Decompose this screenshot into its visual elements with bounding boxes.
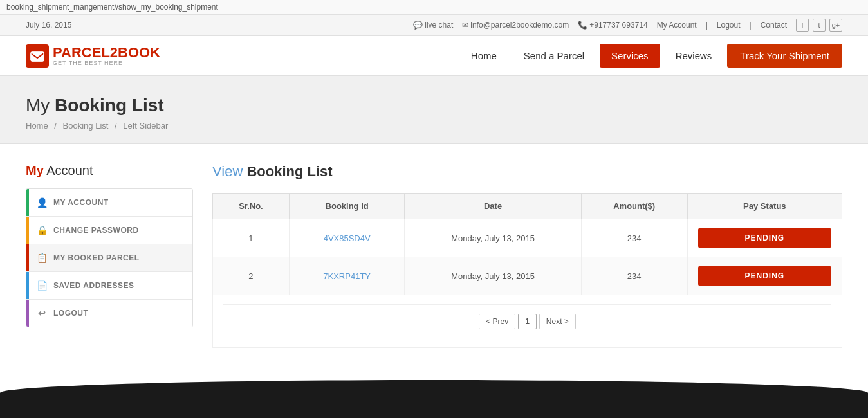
section-title: View Booking List — [212, 163, 842, 180]
email-display: info@parcel2bookdemo.com — [462, 21, 569, 30]
sidebar-item-my-booked-parcel[interactable]: 📋 MY BOOKED PARCEL — [26, 244, 192, 272]
phone-icon — [578, 21, 589, 30]
breadcrumb-left-sidebar: Left Sidebar — [123, 121, 168, 131]
url-bar: booking_shipment_mangement//show_my_book… — [0, 0, 868, 15]
cell-amount-1: 234 — [581, 219, 687, 257]
col-srno: Sr.No. — [213, 194, 290, 219]
user-icon: 👤 — [37, 197, 47, 208]
parcel-icon: 📋 — [37, 253, 47, 263]
booking-area: View Booking List Sr.No. Booking Id Date… — [212, 163, 842, 348]
page-title: My Booking List — [26, 95, 842, 116]
cell-amount-2: 234 — [581, 257, 687, 295]
sidebar-item-my-account[interactable]: 👤 MY ACCOUNT — [26, 189, 192, 217]
breadcrumb: Home / Booking List / Left Sidebar — [26, 121, 842, 131]
cell-booking-id-2[interactable]: 7KXRP41TY — [289, 257, 405, 295]
col-booking-id: Booking Id — [289, 194, 405, 219]
googleplus-icon[interactable]: g+ — [829, 19, 842, 32]
sidebar-label-logout: LOGOUT — [53, 309, 88, 318]
sidebar-label-change-password: CHANGE PASSWORD — [53, 226, 139, 235]
cell-status-1[interactable]: PENDING — [687, 219, 842, 257]
breadcrumb-home[interactable]: Home — [26, 121, 48, 131]
nav-links: Home Send a Parcel Services Reviews Trac… — [459, 44, 842, 68]
table-header: Sr.No. Booking Id Date Amount($) Pay Sta… — [213, 194, 842, 219]
sidebar-label-saved-addresses: SAVED ADDRESSES — [53, 281, 134, 290]
booking-table: Sr.No. Booking Id Date Amount($) Pay Sta… — [212, 193, 842, 348]
nav-reviews[interactable]: Reviews — [664, 44, 724, 68]
logout-link[interactable]: Logout — [717, 21, 741, 30]
nav-send-parcel[interactable]: Send a Parcel — [512, 44, 596, 68]
sidebar-menu: 👤 MY ACCOUNT 🔒 CHANGE PASSWORD 📋 MY BOOK… — [26, 188, 193, 327]
cell-sr-1: 1 — [213, 219, 290, 257]
table-footer: < Prev 1 Next > — [213, 295, 842, 348]
cell-sr-2: 2 — [213, 257, 290, 295]
sidebar-item-change-password[interactable]: 🔒 CHANGE PASSWORD — [26, 217, 192, 244]
logo-name: PARCEL2BOOK — [53, 46, 160, 60]
my-account-link[interactable]: My Account — [657, 21, 697, 30]
table-row: 1 4VX85SD4V Monday, July 13, 2015 234 PE… — [213, 219, 842, 257]
url-text: booking_shipment_mangement//show_my_book… — [6, 3, 218, 12]
pending-button-2[interactable]: PENDING — [698, 266, 831, 286]
social-icons: f t g+ — [796, 19, 842, 32]
nav-home[interactable]: Home — [459, 44, 508, 68]
sidebar-bar-my-account — [26, 189, 29, 216]
prev-page-button[interactable]: < Prev — [479, 314, 515, 329]
twitter-icon[interactable]: t — [813, 19, 826, 32]
sidebar-item-saved-addresses[interactable]: 📄 SAVED ADDRESSES — [26, 272, 192, 300]
cell-booking-id-1[interactable]: 4VX85SD4V — [289, 219, 405, 257]
breadcrumb-area: My Booking List Home / Booking List / Le… — [0, 76, 868, 144]
chat-icon — [413, 21, 425, 30]
contact-link[interactable]: Contact — [761, 21, 787, 30]
pending-button-1[interactable]: PENDING — [698, 228, 831, 248]
top-bar-right: live chat info@parcel2bookdemo.com +9177… — [413, 19, 842, 32]
logo-icon — [26, 44, 49, 68]
next-page-button[interactable]: Next > — [539, 314, 576, 329]
col-amount: Amount($) — [581, 194, 687, 219]
logo-tagline: Get the best here — [53, 60, 160, 66]
lock-icon: 🔒 — [37, 225, 47, 235]
sidebar-title: My Account — [26, 163, 193, 178]
cell-status-2[interactable]: PENDING — [687, 257, 842, 295]
table-row: 2 7KXRP41TY Monday, July 13, 2015 234 PE… — [213, 257, 842, 295]
logo[interactable]: PARCEL2BOOK Get the best here — [26, 44, 160, 68]
phone-display: +917737 693714 — [578, 21, 647, 30]
logout-icon: ↩ — [37, 308, 47, 318]
logo-text: PARCEL2BOOK Get the best here — [53, 46, 160, 66]
address-icon: 📄 — [37, 280, 47, 291]
cell-date-2: Monday, July 13, 2015 — [405, 257, 581, 295]
facebook-icon[interactable]: f — [796, 19, 809, 32]
page-1-button[interactable]: 1 — [518, 314, 537, 329]
pagination: < Prev 1 Next > — [223, 304, 831, 338]
sidebar-bar-saved-addresses — [26, 272, 29, 299]
col-pay-status: Pay Status — [687, 194, 842, 219]
sidebar-bar-my-booked-parcel — [26, 244, 29, 271]
sidebar-bar-logout — [26, 300, 29, 327]
main-content: My Account 👤 MY ACCOUNT 🔒 CHANGE PASSWOR… — [0, 144, 868, 367]
col-date: Date — [405, 194, 581, 219]
top-bar: July 16, 2015 live chat info@parcel2book… — [0, 15, 868, 36]
table-body: 1 4VX85SD4V Monday, July 13, 2015 234 PE… — [213, 219, 842, 295]
nav-services[interactable]: Services — [600, 44, 660, 68]
live-chat-link[interactable]: live chat — [413, 21, 453, 30]
cell-date-1: Monday, July 13, 2015 — [405, 219, 581, 257]
navbar: PARCEL2BOOK Get the best here Home Send … — [0, 36, 868, 76]
sidebar-label-my-booked-parcel: MY BOOKED PARCEL — [53, 253, 140, 262]
sidebar-item-logout[interactable]: ↩ LOGOUT — [26, 300, 192, 327]
sidebar-label-my-account: MY ACCOUNT — [53, 198, 109, 207]
nav-track-shipment[interactable]: Track Your Shipment — [727, 44, 842, 68]
svg-rect-0 — [31, 52, 44, 61]
date-display: July 16, 2015 — [26, 21, 71, 30]
sidebar-bar-change-password — [26, 217, 29, 244]
sidebar: My Account 👤 MY ACCOUNT 🔒 CHANGE PASSWOR… — [26, 163, 193, 348]
breadcrumb-booking-list[interactable]: Booking List — [63, 121, 109, 131]
email-icon — [462, 21, 470, 30]
footer-wave — [0, 393, 868, 418]
